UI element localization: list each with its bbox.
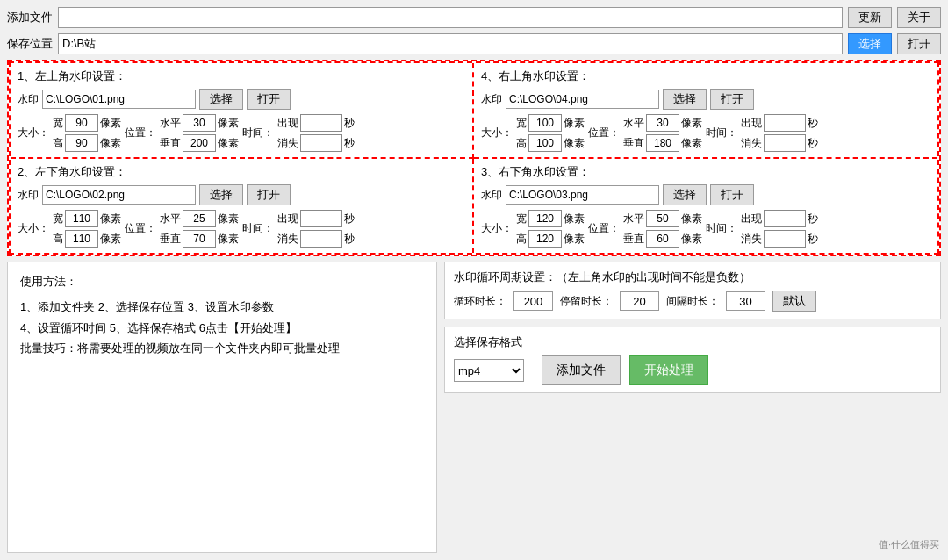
wm-tl-select-btn[interactable]: 选择 <box>199 89 243 110</box>
wm-bl-height-label: 高 <box>53 232 63 247</box>
wm-bl-pos-label: 位置： <box>125 221 156 236</box>
wm-tl-hpos-input[interactable] <box>183 114 216 132</box>
wm-bl-params: 大小： 宽 像素 高 像素 位置： <box>18 210 465 248</box>
about-button[interactable]: 关于 <box>897 7 941 28</box>
start-process-btn[interactable]: 开始处理 <box>629 355 708 385</box>
wm-br-size-label: 大小： <box>481 221 513 236</box>
watermark-bottom-right: 3、右下角水印设置： 水印 选择 打开 大小： 宽 像素 <box>474 159 937 253</box>
wm-tr-width-label: 宽 <box>516 116 527 131</box>
cycle-title: 水印循环周期设置：（左上角水印的出现时间不能是负数） <box>454 269 931 285</box>
wm-tl-height-unit: 像素 <box>100 136 121 151</box>
wm-bl-width-label: 宽 <box>53 212 63 226</box>
wm-tl-disappear-label: 消失 <box>277 136 298 151</box>
wm-bl-file-input[interactable] <box>42 185 196 205</box>
add-file-input[interactable] <box>58 7 843 28</box>
save-select-button[interactable]: 选择 <box>848 33 892 54</box>
wm-tl-appear-input[interactable] <box>300 114 342 132</box>
wm-br-title: 3、右下角水印设置： <box>481 164 930 180</box>
default-button[interactable]: 默认 <box>772 291 816 312</box>
wm-br-vpos-input[interactable] <box>646 230 679 248</box>
wm-br-hpos-unit: 像素 <box>681 212 702 226</box>
interval-input[interactable] <box>726 291 765 311</box>
wm-tr-select-btn[interactable]: 选择 <box>663 89 707 110</box>
pause-label: 停留时长： <box>560 294 613 309</box>
wm-bl-height-input[interactable] <box>65 230 98 248</box>
add-file-btn[interactable]: 添加文件 <box>542 355 621 385</box>
wm-br-appear-label: 出现 <box>741 212 762 226</box>
wm-br-file-input[interactable] <box>506 185 659 205</box>
wm-bl-width-input[interactable] <box>65 210 98 227</box>
wm-tl-appear-unit: 秒 <box>344 116 355 131</box>
wm-bl-disappear-input[interactable] <box>300 230 342 248</box>
wm-tl-vpos-input[interactable] <box>183 134 216 152</box>
wm-tr-open-btn[interactable]: 打开 <box>710 89 754 110</box>
wm-bl-vpos-unit: 像素 <box>218 232 239 247</box>
wm-br-height-row: 高 像素 <box>516 230 585 248</box>
wm-tr-appear-row: 出现 秒 <box>741 114 818 132</box>
wm-bl-vpos-input[interactable] <box>183 230 216 248</box>
wm-br-time-block: 出现 秒 消失 秒 <box>741 210 818 248</box>
pause-input[interactable] <box>620 291 659 311</box>
interval-label: 间隔时长： <box>666 294 719 309</box>
wm-br-disappear-input[interactable] <box>764 230 806 248</box>
wm-bl-hpos-unit: 像素 <box>218 212 239 226</box>
wm-bl-vpos-row: 垂直 像素 <box>160 230 239 248</box>
wm-br-open-btn[interactable]: 打开 <box>710 184 754 205</box>
wm-br-width-input[interactable] <box>528 210 562 227</box>
wm-br-hpos-input[interactable] <box>646 210 679 227</box>
wm-tr-appear-unit: 秒 <box>808 116 818 131</box>
wm-bl-height-row: 高 像素 <box>53 230 121 248</box>
format-select[interactable]: mp4 avi mkv mov <box>454 359 524 382</box>
wm-br-vpos-row: 垂直 像素 <box>623 230 702 248</box>
wm-br-select-btn[interactable]: 选择 <box>663 184 707 205</box>
wm-br-params: 大小： 宽 像素 高 像素 位置： <box>481 210 930 248</box>
wm-br-width-unit: 像素 <box>564 212 585 226</box>
wm-tr-disappear-input[interactable] <box>764 134 806 152</box>
add-file-label: 添加文件 <box>7 10 53 25</box>
wm-tr-hpos-input[interactable] <box>646 114 679 132</box>
wm-bl-file-row: 水印 选择 打开 <box>18 184 465 205</box>
wm-tr-width-input[interactable] <box>528 114 562 132</box>
wm-tl-size-block: 宽 像素 高 像素 <box>53 114 121 152</box>
wm-tr-height-input[interactable] <box>528 134 562 152</box>
wm-br-appear-input[interactable] <box>764 210 806 227</box>
wm-tl-open-btn[interactable]: 打开 <box>247 89 291 110</box>
wm-br-vpos-unit: 像素 <box>681 232 702 247</box>
cycle-input[interactable] <box>514 291 553 311</box>
wm-bl-open-btn[interactable]: 打开 <box>247 184 291 205</box>
wm-tl-file-label: 水印 <box>18 92 39 107</box>
wm-tl-disappear-input[interactable] <box>300 134 342 152</box>
wm-tl-width-input[interactable] <box>65 114 98 132</box>
wm-br-appear-row: 出现 秒 <box>741 210 818 227</box>
wm-br-hpos-label: 水平 <box>623 212 644 226</box>
save-open-button[interactable]: 打开 <box>897 33 941 54</box>
wm-tr-file-input[interactable] <box>506 90 659 109</box>
wm-br-disappear-unit: 秒 <box>808 232 818 247</box>
wm-tr-hpos-row: 水平 像素 <box>623 114 702 132</box>
wm-bl-appear-label: 出现 <box>277 212 298 226</box>
usage-tip: 批量技巧：将需要处理的视频放在同一个文件夹内即可批量处理 <box>20 338 424 358</box>
save-path-input[interactable] <box>58 33 843 54</box>
save-bar: 保存位置 选择 打开 <box>7 33 941 54</box>
wm-bl-appear-input[interactable] <box>300 210 342 227</box>
wm-br-height-input[interactable] <box>528 230 562 248</box>
wm-tl-height-input[interactable] <box>65 134 98 152</box>
wm-tl-hpos-row: 水平 像素 <box>160 114 239 132</box>
wm-tr-disappear-row: 消失 秒 <box>741 134 818 152</box>
wm-bl-vpos-label: 垂直 <box>160 232 181 247</box>
wm-bl-select-btn[interactable]: 选择 <box>199 184 243 205</box>
wm-tl-appear-row: 出现 秒 <box>277 114 355 132</box>
wm-tr-file-label: 水印 <box>481 92 502 107</box>
update-button[interactable]: 更新 <box>848 7 892 28</box>
wm-br-time-label: 时间： <box>706 221 737 236</box>
wm-br-disappear-label: 消失 <box>741 232 762 247</box>
wm-tl-vpos-row: 垂直 像素 <box>160 134 239 152</box>
wm-tr-pos-block: 水平 像素 垂直 像素 <box>623 114 702 152</box>
wm-tl-file-input[interactable] <box>42 90 196 109</box>
usage-box: 使用方法： 1、添加文件夹 2、选择保存位置 3、设置水印参数 4、设置循环时间… <box>7 262 437 553</box>
wm-br-width-label: 宽 <box>516 212 527 226</box>
wm-tr-appear-input[interactable] <box>764 114 806 132</box>
wm-tr-vpos-input[interactable] <box>646 134 679 152</box>
wm-tr-title: 4、右上角水印设置： <box>481 68 930 84</box>
wm-bl-hpos-input[interactable] <box>183 210 216 227</box>
